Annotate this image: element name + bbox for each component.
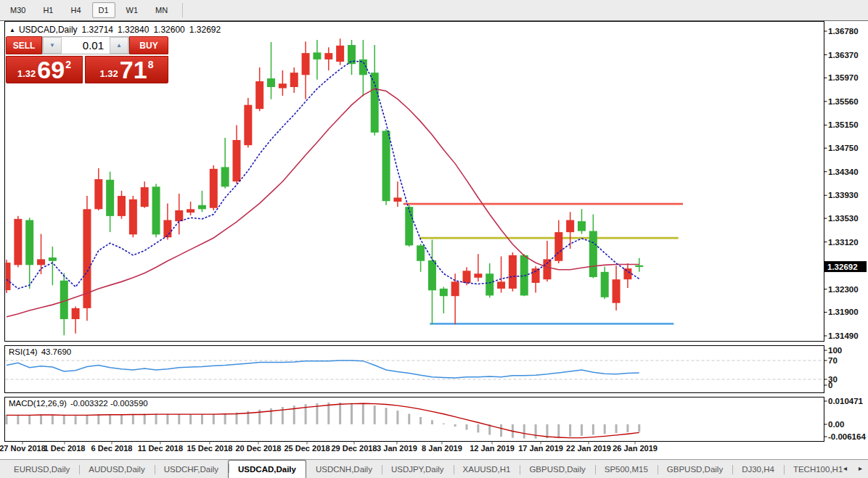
date-axis-label: 6 Dec 2018 [91, 444, 133, 453]
tab-scroll-arrows: ◂ ▸ [843, 464, 862, 472]
chart-tab-usdjpy-daily[interactable]: USDJPY,Daily [382, 462, 454, 478]
candle-body [106, 180, 114, 216]
candle-body [94, 179, 102, 209]
macd-histogram-bar [569, 424, 571, 437]
macd-histogram-bar [385, 408, 388, 424]
macd-histogram-bar [339, 403, 341, 424]
price-axis-label: 1.35560 [828, 97, 859, 106]
macd-name: MACD(12,26,9) [9, 399, 67, 408]
sell-button[interactable]: SELL [6, 36, 42, 54]
candle-body [635, 265, 643, 267]
macd-histogram-bar [120, 414, 123, 424]
macd-histogram-bar [63, 416, 65, 424]
macd-histogram-bar [28, 415, 30, 424]
sell-price-pip: 2 [65, 59, 71, 70]
chart-tab-audusd-daily[interactable]: AUDUSD,Daily [79, 462, 154, 478]
buy-price-big: 71 [120, 57, 147, 82]
candle-body [267, 78, 275, 87]
macd-histogram-bar [362, 404, 364, 424]
macd-histogram-bar [523, 424, 525, 439]
macd-histogram-bar [604, 424, 606, 434]
chart-tab-eurusd-daily[interactable]: EURUSD,Daily [4, 462, 79, 478]
macd-histogram-bar [351, 403, 353, 424]
candle-body [72, 308, 80, 319]
sell-price-big: 69 [37, 57, 65, 82]
tab-scroll-left-icon[interactable]: ◂ [843, 464, 847, 472]
macd-histogram-bar [454, 424, 456, 427]
buy-price-prefix: 1.32 [100, 68, 118, 79]
macd-histogram-bar [638, 424, 640, 432]
date-axis-label: 15 Dec 2018 [187, 444, 232, 453]
date-axis-label: 12 Jan 2019 [470, 444, 515, 453]
candle-body [233, 140, 241, 181]
macd-histogram-bar [201, 414, 203, 424]
symbol-tabs: EURUSD,DailyAUDUSD,DailyUSDCHF,DailyUSDC… [0, 459, 852, 478]
candle-body [543, 259, 551, 279]
candle-body [566, 220, 574, 232]
macd-histogram-bar [431, 420, 433, 424]
macd-histogram-bar [408, 413, 410, 424]
candle-body [279, 83, 287, 88]
symbol-tabs-bar: EURUSD,DailyAUDUSD,DailyUSDCHF,DailyUSDC… [0, 459, 868, 478]
rsi-name: RSI(14) [9, 347, 38, 356]
macd-histogram-bar [500, 424, 502, 437]
macd-histogram-bar [327, 403, 329, 424]
sell-price-box[interactable]: 1.32 69 2 [6, 56, 83, 83]
candle-body [509, 255, 517, 289]
volume-input[interactable]: 0.01 [62, 37, 110, 54]
candle-body [290, 73, 298, 87]
chart-tab-usdcad-daily[interactable]: USDCAD,Daily [228, 460, 306, 478]
macd-histogram-bar [213, 414, 215, 424]
macd-histogram-bar [443, 424, 445, 424]
rsi-axis-label: 100 [828, 346, 842, 355]
candle-body [451, 281, 459, 296]
macd-histogram-bar [75, 416, 77, 424]
candle-body [37, 259, 45, 265]
candle-body [129, 199, 137, 234]
candle-body [187, 209, 195, 213]
date-axis-label: 8 Jan 2019 [422, 444, 462, 453]
candle-body [532, 268, 540, 283]
candle-body [14, 219, 22, 265]
tab-scroll-right-icon[interactable]: ▸ [859, 464, 862, 472]
volume-increase-button[interactable]: ▲ [110, 37, 128, 54]
chart-tab-xauusd-h1[interactable]: XAUUSD,H1 [454, 462, 520, 478]
chart-tab-gbpusd-daily[interactable]: GBPUSD,Daily [520, 462, 594, 478]
ohlc-open: 1.32714 [82, 25, 113, 35]
candle-body [244, 105, 252, 146]
candle-body [175, 210, 183, 221]
chart-tab-sp500-m15[interactable]: SP500,M15 [595, 462, 658, 478]
candle-body [371, 73, 379, 133]
chart-tab-gbpusd-daily[interactable]: GBPUSD,Daily [658, 462, 732, 478]
candle-body [428, 260, 436, 290]
price-axis-label: 1.31900 [828, 308, 859, 316]
chart-tab-dj30-h4[interactable]: DJ30,H4 [732, 462, 784, 478]
buy-price-box[interactable]: 1.32 71 8 [85, 56, 168, 83]
chart-tab-usdchf-daily[interactable]: USDCHF,Daily [155, 462, 228, 478]
date-axis-label: 3 Jan 2019 [377, 444, 417, 453]
macd-indicator-label: MACD(12,26,9)-0.003322 -0.003590 [9, 399, 152, 408]
chart-tab-tech100-h1[interactable]: TECH100,H1 [784, 462, 852, 478]
candle-body [336, 46, 344, 62]
one-click-trade-panel: SELL ▼ 0.01 ▲ BUY 1.32 69 2 1.32 71 8 [6, 36, 168, 83]
macd-histogram-bar [52, 415, 54, 424]
price-axis-label: 1.33530 [828, 214, 859, 223]
candle-body [152, 186, 160, 234]
collapse-panel-icon[interactable]: ▲ [9, 27, 15, 33]
candle-body [324, 53, 332, 59]
buy-price-pip: 8 [148, 59, 154, 70]
date-axis-label: 27 Nov 2018 [0, 444, 46, 453]
macd-axis-label: 0.00 [828, 420, 844, 429]
volume-decrease-button[interactable]: ▼ [43, 37, 62, 54]
macd-histogram-bar [132, 414, 134, 424]
candle-body [302, 53, 310, 75]
date-axis-label: 22 Jan 2019 [566, 444, 611, 453]
macd-histogram-bar [166, 413, 168, 424]
macd-histogram-bar [144, 413, 146, 424]
chart-tab-usdcnh-daily[interactable]: USDCNH,Daily [306, 462, 382, 478]
price-axis-label: 1.35970 [828, 73, 859, 82]
candle-body [25, 220, 33, 265]
buy-button[interactable]: BUY [129, 36, 168, 54]
macd-histogram-bar [40, 415, 42, 424]
macd-histogram-bar [109, 414, 111, 424]
